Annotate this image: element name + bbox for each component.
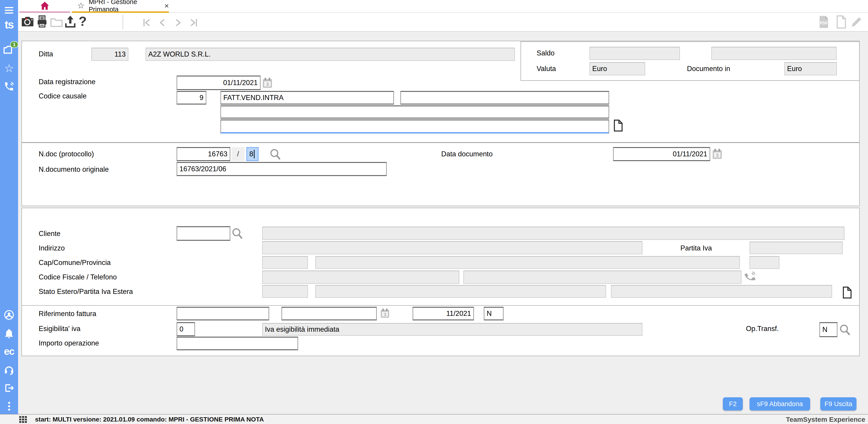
saldo-dare-field bbox=[590, 47, 680, 60]
valuta-field: Euro bbox=[590, 62, 645, 75]
partita-iva-label: Partita Iva bbox=[680, 244, 712, 252]
f9-uscita-button[interactable]: F9 Uscita bbox=[820, 397, 857, 411]
previous-record-icon bbox=[158, 18, 167, 27]
importo-operazione-label: Importo operazione bbox=[39, 339, 99, 347]
favorites-star-icon[interactable]: ☆ bbox=[0, 63, 18, 74]
cliente-label: Cliente bbox=[39, 230, 61, 238]
stato-estero-code-field bbox=[262, 285, 308, 298]
phone-icon[interactable] bbox=[0, 81, 18, 92]
causale-note1-field[interactable] bbox=[220, 106, 609, 118]
folder-open-icon bbox=[50, 17, 63, 27]
screenshot-camera-icon[interactable] bbox=[21, 16, 34, 27]
codice-causale-code-field[interactable]: 9 bbox=[177, 91, 206, 105]
ditta-label: Ditta bbox=[39, 50, 53, 58]
brand-text: TeamSystem Experience bbox=[786, 416, 865, 423]
f2-button[interactable]: F2 bbox=[723, 397, 743, 411]
estero-document-icon[interactable] bbox=[842, 286, 852, 299]
hamburger-menu-icon[interactable] bbox=[0, 5, 18, 15]
ndoc-search-icon[interactable] bbox=[270, 148, 281, 161]
comune-field bbox=[315, 256, 740, 269]
op-transf-field[interactable]: N bbox=[819, 322, 837, 337]
calendar-icon[interactable]: 3 bbox=[712, 148, 722, 160]
valuta-label: Valuta bbox=[537, 65, 556, 73]
tab-close-icon[interactable]: × bbox=[164, 1, 169, 10]
data-registrazione-field[interactable]: 01/11/2021 bbox=[177, 76, 260, 90]
tab-star-icon[interactable]: ☆ bbox=[77, 1, 85, 10]
documents-folder-icon[interactable]: 1 bbox=[0, 44, 18, 55]
calendar-icon[interactable]: 3 bbox=[380, 308, 390, 318]
svg-text:3: 3 bbox=[716, 152, 719, 158]
riferimento-numero-field[interactable] bbox=[177, 307, 269, 320]
support-headset-icon[interactable] bbox=[0, 364, 18, 375]
text-caret bbox=[254, 150, 254, 159]
ndoc-label: N.doc (protocollo) bbox=[39, 150, 94, 158]
data-documento-label: Data documento bbox=[441, 150, 493, 158]
ec-logo-icon[interactable]: ec bbox=[0, 346, 18, 357]
status-bar: start: MULTI versione: 2021.01.09 comand… bbox=[0, 414, 868, 424]
cliente-name-field bbox=[262, 227, 844, 240]
ndoc-numero-field[interactable]: 16763 bbox=[177, 147, 230, 161]
sidebar: ts 1 ☆ ec bbox=[0, 0, 18, 414]
svg-text:3: 3 bbox=[266, 81, 269, 87]
ditta-name-field: A2Z WORLD S.R.L. bbox=[146, 48, 515, 61]
op-transf-search-icon[interactable] bbox=[839, 324, 851, 337]
logout-icon[interactable] bbox=[0, 383, 18, 393]
codice-causale-extra-field[interactable] bbox=[400, 91, 609, 105]
tab-home[interactable] bbox=[20, 0, 70, 11]
stato-estero-descr-field bbox=[315, 285, 606, 298]
codice-causale-label: Codice causale bbox=[39, 92, 87, 100]
calendar-icon[interactable]: 3 bbox=[262, 77, 273, 89]
cliente-code-field[interactable] bbox=[177, 226, 230, 241]
panel-documento bbox=[22, 143, 860, 206]
riferimento-periodo-field[interactable]: 11/2021 bbox=[412, 307, 474, 320]
start-grid-icon[interactable] bbox=[19, 416, 27, 423]
print-icon[interactable] bbox=[36, 15, 48, 28]
documento-in-label: Documento in bbox=[687, 65, 730, 73]
ditta-code-field: 113 bbox=[91, 48, 128, 61]
phone-call-icon bbox=[744, 271, 756, 283]
codice-fiscale-field bbox=[262, 271, 459, 284]
importo-operazione-field[interactable] bbox=[177, 337, 298, 350]
tab-active-underline bbox=[72, 11, 169, 13]
documento-in-field: Euro bbox=[784, 62, 837, 75]
codice-causale-descr-field[interactable]: FATT.VEND.INTRA bbox=[220, 91, 394, 105]
cap-field bbox=[262, 256, 308, 269]
toolbar: ? PDF bbox=[18, 13, 868, 32]
svg-text:PDF: PDF bbox=[820, 21, 828, 25]
upload-icon[interactable] bbox=[64, 15, 76, 28]
svg-text:3: 3 bbox=[384, 312, 386, 317]
ndoc-originale-label: N.documento originale bbox=[39, 165, 109, 173]
last-record-icon bbox=[189, 18, 198, 27]
ndoc-originale-field[interactable]: 16763/2021/06 bbox=[177, 162, 387, 176]
notifications-bell-icon[interactable] bbox=[0, 328, 18, 339]
data-documento-field[interactable]: 01/11/2021 bbox=[613, 147, 710, 161]
riferimento-flag-field[interactable]: N bbox=[484, 307, 504, 320]
status-text: start: MULTI versione: 2021.01.09 comand… bbox=[35, 416, 264, 423]
user-account-icon[interactable] bbox=[0, 310, 18, 320]
teamsystem-logo-icon[interactable]: ts bbox=[0, 18, 18, 31]
toolbar-separator bbox=[123, 15, 123, 29]
indirizzo-field bbox=[262, 241, 643, 254]
cliente-search-icon[interactable] bbox=[231, 228, 243, 240]
export-pdf-icon: PDF bbox=[817, 15, 830, 29]
telefono-field bbox=[463, 271, 741, 284]
new-document-icon bbox=[836, 15, 847, 29]
riferimento-data-field[interactable] bbox=[281, 307, 377, 320]
first-record-icon bbox=[142, 18, 151, 27]
sf9-abbandona-button[interactable]: sF9 Abbandona bbox=[749, 397, 810, 411]
help-icon[interactable]: ? bbox=[79, 15, 87, 28]
tab-mpri[interactable]: ☆ MPRI - Gestione Primanota × bbox=[72, 0, 169, 11]
edit-pencil-icon bbox=[850, 15, 863, 28]
home-icon bbox=[40, 1, 50, 10]
partita-iva-estera-field bbox=[611, 285, 832, 298]
ndoc-separator: / bbox=[231, 147, 245, 161]
saldo-label: Saldo bbox=[537, 49, 555, 57]
more-options-kebab-icon[interactable] bbox=[0, 400, 18, 412]
ndoc-suffisso-field[interactable]: 8 bbox=[246, 147, 258, 161]
esigibilita-code-field[interactable]: 0 bbox=[177, 322, 195, 336]
saldo-avere-field bbox=[711, 47, 837, 60]
provincia-field bbox=[749, 256, 779, 269]
indirizzo-label: Indirizzo bbox=[39, 244, 65, 252]
attachment-document-icon[interactable] bbox=[614, 119, 623, 132]
causale-note2-field[interactable] bbox=[220, 119, 609, 134]
